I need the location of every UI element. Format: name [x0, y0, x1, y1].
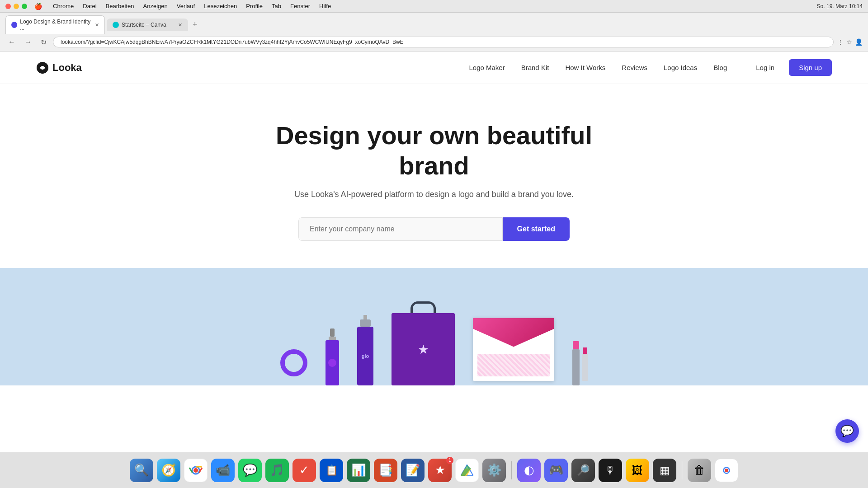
website: Looka Logo Maker Brand Kit How It Works …	[0, 52, 868, 385]
nav-link-blog[interactable]: Blog	[713, 64, 727, 71]
dock-app-spotify[interactable]: 🎵	[265, 459, 289, 482]
dock-app-alfred[interactable]: 🔎	[571, 459, 595, 482]
dock-app-arc[interactable]: ◐	[517, 459, 541, 482]
products-section: glo ★	[0, 268, 868, 385]
tab-favicon-canva	[113, 22, 119, 28]
dock-app-soundsource[interactable]: 🎙	[599, 459, 622, 482]
nav-link-brand-kit[interactable]: Brand Kit	[521, 64, 549, 71]
product-shopping-bag: ★	[392, 300, 455, 385]
login-button[interactable]: Log in	[749, 60, 782, 75]
titlebar: 🍎 Chrome Datei Bearbeiten Anzeigen Verla…	[0, 0, 868, 13]
svg-point-3	[193, 468, 198, 473]
traffic-lights[interactable]	[5, 4, 27, 9]
titlebar-right: So. 19. März 10:14	[817, 3, 863, 9]
forward-button[interactable]: →	[22, 37, 34, 47]
nav-link-how-it-works[interactable]: How It Works	[565, 64, 605, 71]
chat-icon: 💬	[840, 425, 854, 437]
menu-profile[interactable]: Profile	[246, 3, 263, 9]
main-nav: Looka Logo Maker Brand Kit How It Works …	[0, 52, 868, 84]
dock-app-word[interactable]: 📝	[401, 459, 425, 482]
dock-app-preview[interactable]: 🖼	[626, 459, 649, 482]
menu-lesezeichen[interactable]: Lesezeichen	[204, 3, 237, 9]
chrome-logo-icon	[189, 464, 203, 477]
menu-datei[interactable]: Datei	[83, 3, 96, 9]
dock-app-powerpoint[interactable]: 📑	[374, 459, 397, 482]
tab-close-canva[interactable]: ✕	[178, 22, 182, 28]
dock-app-discord[interactable]: 🎮	[544, 459, 568, 482]
minimize-button[interactable]	[14, 4, 19, 9]
datetime: So. 19. März 10:14	[817, 3, 863, 9]
svg-point-9	[725, 469, 728, 472]
nav-links: Logo Maker Brand Kit How It Works Review…	[469, 64, 727, 71]
get-started-button[interactable]: Get started	[503, 217, 570, 241]
url-text: looka.com/?gclid=CjwKCAjw5dqgBhBNEiwA7Pr…	[61, 39, 404, 45]
close-button[interactable]	[5, 4, 11, 9]
dock-app-finder[interactable]: 🔍	[130, 459, 153, 482]
dock-app-trash[interactable]: 🗑	[688, 459, 711, 482]
dock-app-safari[interactable]: 🧭	[157, 459, 180, 482]
titlebar-menu: Chrome Datei Bearbeiten Anzeigen Verlauf…	[53, 3, 331, 9]
company-name-input[interactable]	[298, 217, 503, 241]
dock-app-slideshow[interactable]: ▦	[653, 459, 676, 482]
menu-fenster[interactable]: Fenster	[290, 3, 310, 9]
product-perfume: glo	[357, 315, 373, 385]
tab-favicon-looka	[11, 22, 17, 28]
looka-logo-icon	[36, 61, 49, 74]
nav-link-logo-ideas[interactable]: Logo Ideas	[664, 64, 697, 71]
browser-icons: ⋮ ☆ 👤	[837, 38, 863, 46]
tab-bar: Logo Design & Brand Identity ... ✕ Start…	[0, 13, 868, 34]
dock-app-system-preferences[interactable]: ⚙️	[482, 459, 506, 482]
menu-verlauf[interactable]: Verlauf	[177, 3, 195, 9]
dock-app-fantastical[interactable]: ★ 1	[428, 459, 452, 482]
menu-tab[interactable]: Tab	[272, 3, 281, 9]
logo-text: Looka	[52, 62, 82, 74]
tab-label-canva: Startseite – Canva	[122, 22, 166, 28]
browser-chrome: Logo Design & Brand Identity ... ✕ Start…	[0, 13, 868, 52]
macos-dock: 🔍 🧭 📹 💬 🎵 ✓ 📋 📊 📑	[0, 452, 868, 488]
nav-link-reviews[interactable]: Reviews	[622, 64, 647, 71]
hero-section: Design your own beautiful brand Use Look…	[0, 84, 868, 268]
signup-button[interactable]: Sign up	[789, 59, 832, 76]
back-button[interactable]: ←	[5, 37, 18, 47]
dock-app-whatsapp[interactable]: 💬	[238, 459, 262, 482]
apple-menu[interactable]: 🍎	[34, 3, 42, 10]
tab-looka[interactable]: Logo Design & Brand Identity ... ✕	[5, 15, 105, 34]
menu-bearbeiten[interactable]: Bearbeiten	[106, 3, 134, 9]
dock-app-chrome[interactable]	[184, 459, 208, 482]
nav-actions: Log in Sign up	[749, 59, 832, 76]
hero-subtitle: Use Looka's AI-powered platform to desig…	[294, 190, 574, 199]
maximize-button[interactable]	[22, 4, 27, 9]
tab-close-looka[interactable]: ✕	[95, 22, 99, 28]
logo[interactable]: Looka	[36, 61, 82, 74]
dock-app-trello[interactable]: 📋	[320, 459, 343, 482]
search-bar: Get started	[298, 217, 570, 241]
dock-app-zoom[interactable]: 📹	[211, 459, 235, 482]
product-items: glo ★	[235, 268, 633, 385]
hero-title: Design your own beautiful brand	[253, 120, 615, 181]
menu-chrome[interactable]: Chrome	[53, 3, 74, 9]
new-tab-button[interactable]: +	[190, 20, 200, 29]
url-input[interactable]: looka.com/?gclid=CjwKCAjw5dqgBhBNEiwA7Pr…	[53, 37, 834, 47]
nav-link-logo-maker[interactable]: Logo Maker	[469, 64, 505, 71]
product-nail-polish	[326, 328, 339, 385]
product-lipstick	[572, 341, 588, 385]
menu-anzeigen[interactable]: Anzeigen	[143, 3, 168, 9]
dock-app-tasks[interactable]: ✓	[292, 459, 316, 482]
chat-bubble[interactable]: 💬	[835, 419, 859, 443]
dock-app-chrome-canva[interactable]	[715, 459, 738, 482]
bookmark-icon[interactable]: ☆	[846, 38, 852, 46]
dock-app-googledrive[interactable]	[455, 459, 479, 482]
tab-canva[interactable]: Startseite – Canva ✕	[107, 19, 188, 31]
profile-icon[interactable]: 👤	[855, 38, 863, 46]
reload-button[interactable]: ↻	[38, 37, 49, 47]
address-bar: ← → ↻ looka.com/?gclid=CjwKCAjw5dqgBhBNE…	[0, 34, 868, 51]
product-envelope	[473, 318, 554, 381]
dock-separator	[511, 461, 512, 479]
tab-label-looka: Logo Design & Brand Identity ...	[20, 19, 92, 31]
dock-separator-2	[682, 461, 682, 479]
extensions-icon[interactable]: ⋮	[837, 38, 844, 46]
product-hair-tie	[280, 349, 307, 376]
googledrive-logo-icon	[461, 464, 473, 477]
menu-hilfe[interactable]: Hilfe	[319, 3, 331, 9]
dock-app-excel[interactable]: 📊	[347, 459, 370, 482]
